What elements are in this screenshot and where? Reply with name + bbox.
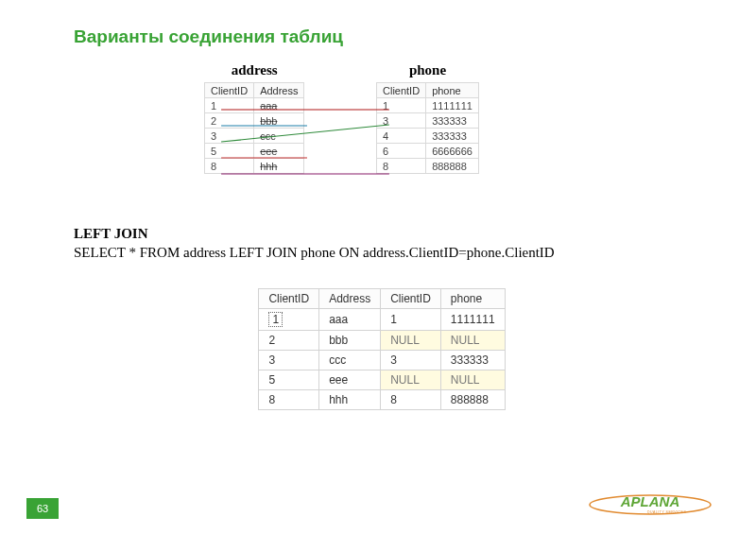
res-r3-c1: eee [319,370,381,390]
table-row: 2 bbb NULL NULL [259,331,505,351]
res-r4-c3: 888888 [440,390,505,410]
res-h0: ClientID [259,289,319,309]
res-r4-c0: 8 [259,390,319,410]
ph-r0-id: 1 [377,98,426,113]
res-r2-c1: ccc [319,351,381,370]
res-r3-c0: 5 [259,370,319,390]
table-row: 3 ccc 3 333333 [259,351,505,370]
res-r4-c2: 8 [381,390,441,410]
ph-r0-val: 1111111 [426,98,479,113]
res-r0-c1: aaa [319,309,381,331]
phone-table-block: phone ClientID phone 11111111 3333333 43… [376,62,479,174]
res-r3-c3: NULL [440,370,505,390]
aplana-logo-icon: APLANA QUALITY SERVICES [584,489,716,521]
page-number-chip: 63 [26,498,59,519]
phone-th-phone: phone [426,83,479,98]
phone-label: phone [409,62,446,78]
address-th-clientid: ClientID [205,83,254,98]
res-h1: Address [319,289,381,309]
addr-r4-val: hhh [254,159,304,174]
ph-r3-val: 6666666 [426,144,479,159]
table-row: 5 eee NULL NULL [259,370,505,390]
address-label: address [232,62,278,78]
slide-title: Варианты соединения таблиц [74,26,690,47]
res-r2-c2: 3 [381,351,441,370]
ph-r2-id: 4 [377,129,426,144]
res-r3-c2: NULL [381,370,441,390]
addr-r1-val: bbb [254,113,304,129]
res-r2-c3: 333333 [440,351,505,370]
table-row: 1 aaa 1 1111111 [259,309,505,331]
ph-r2-val: 333333 [426,129,479,144]
phone-table: ClientID phone 11111111 3333333 4333333 … [376,82,479,174]
source-tables-area: address ClientID Address 1aaa 2bbb 3ccc … [74,62,690,195]
phone-th-clientid: ClientID [377,83,426,98]
addr-r0-val: aaa [254,98,304,113]
addr-r2-id: 3 [205,129,254,144]
logo-text: APLANA [620,493,680,509]
res-r4-c1: hhh [319,390,381,410]
addr-r4-id: 8 [205,159,254,174]
result-header-row: ClientID Address ClientID phone [259,289,505,309]
res-r0-c3: 1111111 [440,309,505,331]
res-h3: phone [440,289,505,309]
addr-r3-id: 5 [205,144,254,159]
join-sql-text: SELECT * FROM address LEFT JOIN phone ON… [74,244,690,263]
ph-r3-id: 6 [377,144,426,159]
addr-r3-val: eee [254,144,304,159]
res-r0-c0: 1 [259,309,319,331]
ph-r4-val: 888888 [426,159,479,174]
res-r1-c3: NULL [440,331,505,351]
res-r1-c2: NULL [381,331,441,351]
logo-subtitle: QUALITY SERVICES [647,510,687,514]
res-r2-c0: 3 [259,351,319,370]
res-r1-c1: bbb [319,331,381,351]
addr-r2-val: ccc [254,129,304,144]
res-r0-c2: 1 [381,309,441,331]
address-th-address: Address [254,83,304,98]
ph-r4-id: 8 [377,159,426,174]
join-text-block: LEFT JOIN SELECT * FROM address LEFT JOI… [74,225,690,262]
ph-r1-val: 333333 [426,113,479,129]
addr-r0-id: 1 [205,98,254,113]
address-table: ClientID Address 1aaa 2bbb 3ccc 5eee 8hh… [204,82,304,174]
res-h2: ClientID [381,289,441,309]
table-row: 8 hhh 8 888888 [259,390,505,410]
result-table: ClientID Address ClientID phone 1 aaa 1 … [258,288,505,410]
address-table-block: address ClientID Address 1aaa 2bbb 3ccc … [204,62,304,174]
addr-r1-id: 2 [205,113,254,129]
ph-r1-id: 3 [377,113,426,129]
res-r1-c0: 2 [259,331,319,351]
join-type-label: LEFT JOIN [74,225,690,244]
